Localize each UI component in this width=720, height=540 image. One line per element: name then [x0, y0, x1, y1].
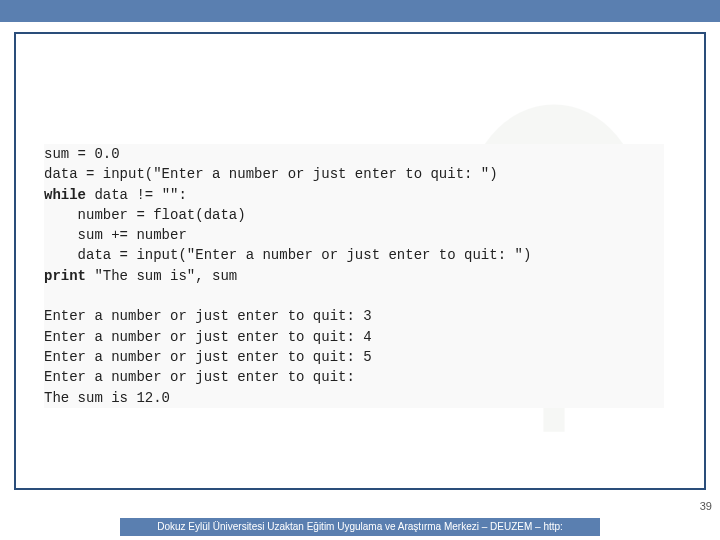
code-block: sum = 0.0 data = input("Enter a number o… [44, 144, 664, 408]
top-bar [0, 0, 720, 22]
code-line: "The sum is", sum [86, 268, 237, 284]
footer-bar: Dokuz Eylül Üniversitesi Uzaktan Eğitim … [120, 518, 600, 536]
code-line: data = input("Enter a number or just ent… [44, 166, 498, 182]
output-line: Enter a number or just enter to quit: 4 [44, 329, 372, 345]
slide: sum = 0.0 data = input("Enter a number o… [0, 0, 720, 540]
code-line: number = float(data) [44, 207, 246, 223]
code-line: data != "": [86, 187, 187, 203]
keyword-print: print [44, 268, 86, 284]
output-line: The sum is 12.0 [44, 390, 170, 406]
output-line: Enter a number or just enter to quit: [44, 369, 355, 385]
page-number: 39 [700, 500, 712, 512]
output-line: Enter a number or just enter to quit: 3 [44, 308, 372, 324]
code-line: sum = 0.0 [44, 146, 120, 162]
output-line: Enter a number or just enter to quit: 5 [44, 349, 372, 365]
code-line: sum += number [44, 227, 187, 243]
content-frame: sum = 0.0 data = input("Enter a number o… [14, 32, 706, 490]
keyword-while: while [44, 187, 86, 203]
code-line: data = input("Enter a number or just ent… [44, 247, 531, 263]
